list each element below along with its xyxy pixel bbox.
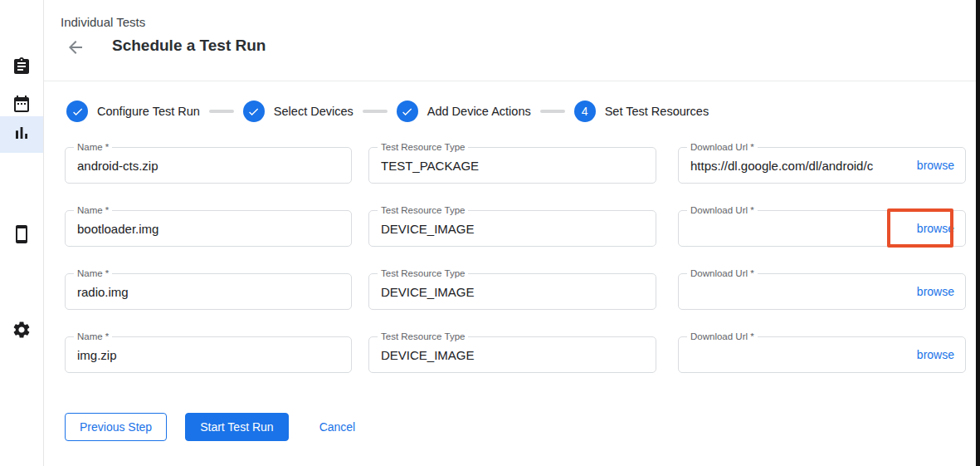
breadcrumb-section-label: Individual Tests	[61, 15, 145, 29]
resource-type-input[interactable]	[369, 274, 656, 309]
name-field: Name *	[65, 147, 352, 184]
resource-type-input[interactable]	[369, 337, 656, 372]
schedule-test-run-page: Individual Tests Schedule a Test Run Con…	[0, 0, 980, 466]
name-input[interactable]	[66, 274, 351, 309]
resource-type-field-label: Test Resource Type	[378, 142, 468, 153]
name-field-label: Name *	[74, 205, 112, 216]
download-url-field-label: Download Url *	[687, 331, 758, 342]
download-url-field: Download Url * browse	[678, 147, 966, 184]
resource-type-input[interactable]	[369, 211, 656, 246]
name-input[interactable]	[66, 148, 351, 183]
resource-type-field: Test Resource Type	[368, 147, 656, 184]
stepper: Configure Test Run Select Devices Add De…	[66, 101, 709, 122]
download-url-field-label: Download Url *	[687, 205, 758, 216]
test-resources-form: Name * Test Resource Type Download Url *…	[65, 147, 966, 400]
resource-row: Name * Test Resource Type Download Url *…	[65, 147, 966, 184]
name-field-label: Name *	[74, 142, 112, 153]
browse-link[interactable]: browse	[917, 159, 954, 172]
download-url-field-label: Download Url *	[687, 268, 758, 279]
bar-chart-test-runs-icon	[12, 123, 32, 146]
sidebar-item-devices[interactable]	[0, 218, 43, 254]
step-complete-check-icon	[66, 101, 88, 122]
step-set-test-resources[interactable]: 4 Set Test Resources	[574, 101, 709, 122]
step-connector	[209, 110, 234, 113]
step-configure-test-run[interactable]: Configure Test Run	[66, 101, 200, 122]
step-connector	[540, 110, 565, 113]
page-title: Schedule a Test Run	[112, 37, 266, 55]
browse-link[interactable]: browse	[917, 348, 954, 361]
name-field-label: Name *	[74, 268, 112, 279]
resource-type-input[interactable]	[369, 148, 656, 183]
name-input[interactable]	[66, 211, 351, 246]
step-label: Add Device Actions	[427, 105, 531, 118]
name-field: Name *	[65, 210, 352, 247]
step-complete-check-icon	[243, 101, 265, 122]
sidebar-item-settings[interactable]	[0, 313, 43, 350]
sidebar-item-tests[interactable]	[0, 50, 43, 86]
previous-step-button[interactable]: Previous Step	[65, 413, 167, 441]
sidebar	[0, 0, 44, 466]
resource-row: Name * Test Resource Type Download Url *…	[65, 273, 966, 310]
step-number-badge: 4	[574, 101, 596, 122]
download-url-field-label: Download Url *	[687, 142, 758, 153]
resource-type-field: Test Resource Type	[368, 273, 656, 310]
step-connector	[363, 110, 388, 113]
resource-type-field: Test Resource Type	[368, 210, 656, 247]
step-label: Configure Test Run	[97, 105, 200, 118]
settings-gear-icon	[12, 320, 32, 343]
step-complete-check-icon	[397, 101, 418, 122]
download-url-field: Download Url * browse	[678, 273, 966, 310]
back-arrow-icon[interactable]	[65, 37, 86, 58]
window-right-edge	[976, 0, 980, 466]
name-input[interactable]	[66, 337, 351, 372]
resource-type-field: Test Resource Type	[368, 336, 656, 373]
name-field: Name *	[65, 336, 352, 373]
resource-type-field-label: Test Resource Type	[378, 268, 468, 279]
resource-type-field-label: Test Resource Type	[378, 331, 468, 342]
name-field-label: Name *	[74, 331, 112, 342]
step-add-device-actions[interactable]: Add Device Actions	[397, 101, 531, 122]
browse-link[interactable]: browse	[917, 285, 954, 298]
clipboard-tests-icon	[12, 56, 32, 80]
browse-link[interactable]: browse	[917, 222, 954, 235]
calendar-plans-icon	[12, 94, 32, 117]
start-test-run-button[interactable]: Start Test Run	[185, 413, 288, 441]
resource-type-field-label: Test Resource Type	[378, 205, 468, 216]
resource-row: Name * Test Resource Type Download Url *…	[65, 336, 966, 373]
name-field: Name *	[65, 273, 352, 310]
step-label: Set Test Resources	[605, 105, 709, 118]
cancel-button[interactable]: Cancel	[305, 413, 370, 441]
step-select-devices[interactable]: Select Devices	[243, 101, 353, 122]
sidebar-item-test-runs[interactable]	[0, 116, 43, 153]
header-divider	[44, 81, 976, 81]
download-url-field: Download Url * browse	[678, 336, 966, 373]
resource-row: Name * Test Resource Type Download Url *…	[65, 210, 966, 247]
step-label: Select Devices	[274, 105, 353, 118]
smartphone-devices-icon	[12, 224, 32, 248]
download-url-field: Download Url * browse	[678, 210, 966, 247]
form-actions: Previous Step Start Test Run Cancel	[65, 413, 369, 441]
